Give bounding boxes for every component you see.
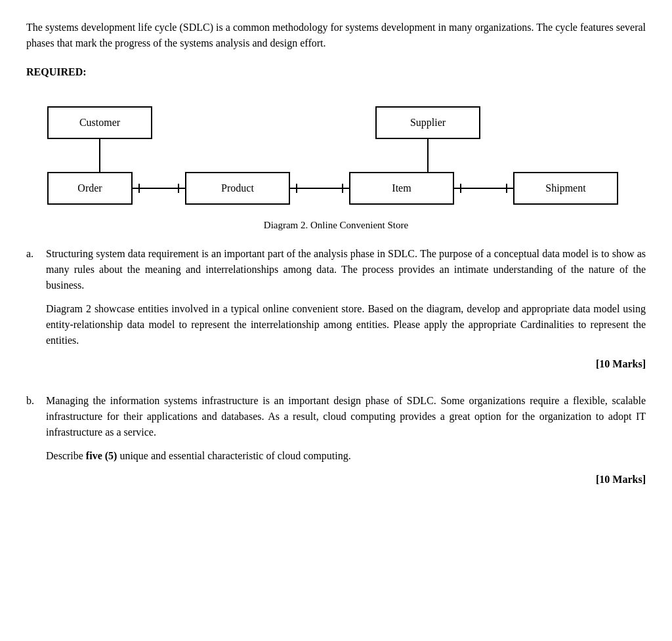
entity-product: Product [185, 172, 290, 205]
required-label: REQUIRED: [26, 64, 646, 80]
section-b-para2-prefix: Describe [46, 450, 86, 461]
section-a-label: a. [26, 246, 46, 380]
section-b-content: Managing the information systems infrast… [46, 393, 646, 495]
section-b-marks: [10 Marks] [46, 472, 646, 487]
entity-order: Order [47, 172, 133, 205]
content-section-b: b. Managing the information systems infr… [26, 393, 646, 495]
section-b-para2: Describe five (5) unique and essential c… [46, 448, 646, 464]
section-b-label: b. [26, 393, 46, 495]
section-b-para2-suffix: unique and essential characteristic of c… [117, 450, 350, 461]
diagram-area: Customer Supplier Order Product Item Shi… [28, 93, 644, 211]
diagram-caption: Diagram 2. Online Convenient Store [264, 218, 408, 233]
section-a-item: a. Structuring system data requirement i… [26, 246, 646, 380]
section-b-item: b. Managing the information systems infr… [26, 393, 646, 495]
section-b-para1: Managing the information systems infrast… [46, 393, 646, 440]
section-b-para2-bold: five (5) [86, 450, 117, 461]
intro-text: The systems development life cycle (SDLC… [26, 20, 646, 51]
entity-customer: Customer [47, 106, 152, 139]
section-a-content: Structuring system data requirement is a… [46, 246, 646, 380]
entity-item: Item [349, 172, 454, 205]
section-a-marks: [10 Marks] [46, 356, 646, 372]
content-section-a: a. Structuring system data requirement i… [26, 246, 646, 380]
section-a-para1: Structuring system data requirement is a… [46, 246, 646, 293]
entity-shipment: Shipment [513, 172, 618, 205]
entity-supplier: Supplier [375, 106, 480, 139]
section-a-para2: Diagram 2 showcase entities involved in … [46, 301, 646, 348]
diagram-container: Customer Supplier Order Product Item Shi… [26, 93, 646, 233]
